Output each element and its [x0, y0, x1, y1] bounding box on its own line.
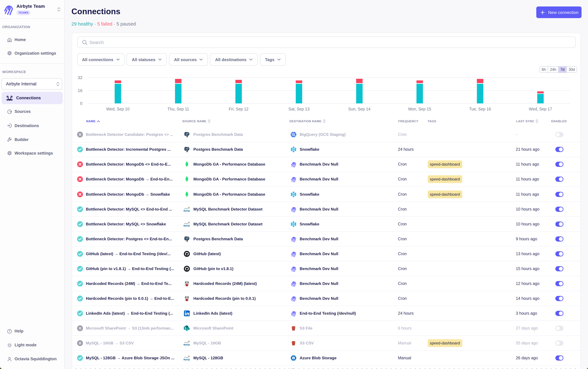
- svg-text:32: 32: [78, 75, 82, 80]
- svg-text:Mon, Sep 15: Mon, Sep 15: [408, 107, 431, 111]
- svg-text:Thu, Sep 11: Thu, Sep 11: [168, 107, 189, 111]
- svg-text:16: 16: [78, 88, 82, 93]
- svg-text:Sun, Sep 14: Sun, Sep 14: [348, 107, 371, 111]
- svg-text:Sat, Sep 13: Sat, Sep 13: [288, 107, 309, 111]
- svg-text:Wed, Sep 17: Wed, Sep 17: [529, 107, 552, 111]
- svg-text:Wed, Sep 10: Wed, Sep 10: [106, 107, 130, 111]
- svg-text:Tue, Sep 16: Tue, Sep 16: [469, 107, 491, 111]
- svg-text:Fri, Sep 12: Fri, Sep 12: [229, 107, 249, 111]
- svg-text:0: 0: [80, 101, 82, 106]
